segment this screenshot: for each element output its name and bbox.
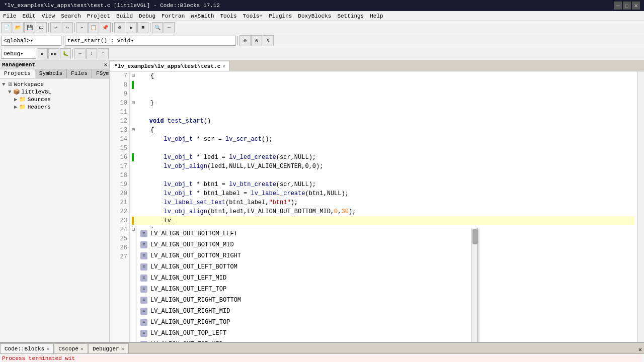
- menu-item-tools+[interactable]: Tools+: [240, 11, 266, 21]
- ac-item-8[interactable]: ≡ LV_ALIGN_OUT_RIGHT_TOP: [136, 317, 477, 328]
- code-tab-main[interactable]: *lv_examples\lv_apps\test\test.c ✕: [110, 61, 230, 71]
- ac-icon-3: ≡: [140, 263, 147, 270]
- new-file-button[interactable]: 📄: [1, 22, 12, 33]
- code-container[interactable]: 7 8 9 10 11 12 13 14 15 16 17 18 19 20 2…: [110, 71, 644, 342]
- ac-icon-9: ≡: [140, 330, 147, 337]
- ac-item-1[interactable]: ≡ LV_ALIGN_OUT_BOTTOM_MID: [136, 239, 477, 250]
- bottom-tabs: Code::Blocks ✕ Cscope ✕ Debugger ✕ ✕: [0, 343, 644, 354]
- tree-project[interactable]: ▼ 📦 littleVGL: [2, 88, 107, 96]
- debug-icon3[interactable]: ↯: [263, 35, 274, 46]
- ac-item-7[interactable]: ≡ LV_ALIGN_OUT_RIGHT_MID: [136, 306, 477, 317]
- bottom-tab-codeblocks[interactable]: Code::Blocks ✕: [0, 343, 54, 353]
- ac-item-6[interactable]: ≡ LV_ALIGN_OUT_RIGHT_BOTTOM: [136, 295, 477, 306]
- ac-item-2[interactable]: ≡ LV_ALIGN_OUT_BOTTOM_RIGHT: [136, 250, 477, 261]
- line-num: 26: [112, 243, 127, 252]
- headers-label: Headers: [28, 104, 51, 110]
- menu-item-project[interactable]: Project: [84, 11, 113, 21]
- menu-item-settings[interactable]: Settings: [334, 11, 367, 21]
- debug-icon1[interactable]: ⊕: [239, 35, 251, 46]
- redo-button[interactable]: ↪: [62, 22, 73, 33]
- menu-item-fortran[interactable]: Fortran: [158, 11, 188, 21]
- fold-icon[interactable]: ⊟: [132, 71, 135, 80]
- bottom-tab-debugger[interactable]: Debugger ✕: [88, 343, 129, 353]
- ac-icon-6: ≡: [140, 297, 147, 304]
- menu-item-search[interactable]: Search: [58, 11, 84, 21]
- log-error-text: Process terminated wit: [2, 355, 642, 362]
- save-button[interactable]: 💾: [24, 22, 35, 33]
- tree-workspace[interactable]: ▼ 🖥 Workspace: [2, 80, 107, 88]
- debug2-button[interactable]: 🐛: [60, 48, 71, 59]
- global-scope-dropdown[interactable]: <global>▾: [1, 36, 61, 46]
- function-dropdown[interactable]: test_start() : void▾: [65, 36, 236, 46]
- tab-symbols[interactable]: Symbols: [35, 69, 67, 78]
- autocomplete-scrollbar[interactable]: [471, 228, 477, 342]
- ac-item-10[interactable]: ≡ LV_ALIGN_OUT_TOP_MID: [136, 339, 477, 342]
- open-file-button[interactable]: 📂: [13, 22, 24, 33]
- bottom-tab-close-1[interactable]: ✕: [80, 346, 84, 352]
- build-button[interactable]: ⚙: [114, 22, 125, 33]
- management-close-icon[interactable]: ✕: [104, 61, 107, 68]
- code-line-10: ⊟ }: [132, 99, 635, 108]
- bottom-tab-close-2[interactable]: ✕: [121, 346, 124, 352]
- undo-button[interactable]: ↩: [50, 22, 61, 33]
- sep5: [63, 36, 63, 45]
- menu-item-edit[interactable]: Edit: [19, 11, 38, 21]
- menu-item-plugins[interactable]: Plugins: [266, 11, 295, 21]
- menu-item-debug[interactable]: Debug: [136, 11, 158, 21]
- workspace-label: Workspace: [14, 81, 44, 87]
- close-button[interactable]: ✕: [632, 2, 640, 10]
- menu-item-tools[interactable]: Tools: [217, 11, 240, 21]
- step-over-button[interactable]: →: [74, 48, 86, 59]
- run-button[interactable]: ▶: [126, 22, 137, 33]
- workspace-icon: ▼: [2, 81, 6, 87]
- tree-sources[interactable]: ▶ 📁 Sources: [2, 96, 107, 103]
- save-all-button[interactable]: 🗂: [36, 22, 47, 33]
- maximize-button[interactable]: □: [623, 2, 631, 10]
- compile-button[interactable]: ▶: [37, 48, 48, 59]
- ac-label-1: LV_ALIGN_OUT_BOTTOM_MID: [150, 240, 234, 249]
- autocomplete-dropdown[interactable]: ≡ LV_ALIGN_OUT_BOTTOM_LEFT ≡ LV_ALIGN_OU…: [136, 228, 478, 342]
- cut-button[interactable]: ✂: [76, 22, 88, 33]
- find-button[interactable]: 🔍: [152, 22, 163, 33]
- menu-item-help[interactable]: Help: [367, 11, 386, 21]
- bottom-panel-close[interactable]: ✕: [636, 346, 644, 353]
- tab-close-icon[interactable]: ✕: [222, 63, 225, 69]
- replace-button[interactable]: ↔: [164, 22, 175, 33]
- tab-files[interactable]: Files: [67, 69, 92, 78]
- ac-icon-2: ≡: [140, 252, 147, 259]
- stop-button[interactable]: ■: [137, 22, 148, 33]
- line-num: 23: [112, 216, 127, 225]
- menu-item-wxsmith[interactable]: wxSmith: [188, 11, 217, 21]
- fold-icon-24[interactable]: ⊟: [132, 225, 135, 234]
- ac-item-0[interactable]: ≡ LV_ALIGN_OUT_BOTTOM_LEFT: [136, 228, 477, 239]
- ac-item-9[interactable]: ≡ LV_ALIGN_OUT_TOP_LEFT: [136, 328, 477, 339]
- paste-button[interactable]: 📌: [100, 22, 111, 33]
- menu-item-view[interactable]: View: [39, 11, 58, 21]
- step-out-button[interactable]: ↑: [98, 48, 109, 59]
- code-line-14: lv_obj_t * scr = lv_scr_act ();: [132, 135, 635, 144]
- fold-icon-10[interactable]: ⊟: [132, 99, 135, 108]
- log-content: Process terminated wit: [0, 354, 644, 362]
- bottom-tab-cscope[interactable]: Cscope ✕: [54, 343, 88, 353]
- project-expand-icon: ▼: [8, 89, 12, 95]
- step-into-button[interactable]: ↓: [86, 48, 97, 59]
- bottom-tab-close-0[interactable]: ✕: [46, 346, 49, 352]
- fold-icon-13[interactable]: ⊟: [132, 126, 135, 135]
- minimize-button[interactable]: ─: [614, 2, 622, 10]
- ac-item-5[interactable]: ≡ LV_ALIGN_OUT_LEFT_TOP: [136, 284, 477, 295]
- menu-item-doxyblocks[interactable]: DoxyBlocks: [295, 11, 334, 21]
- tab-projects[interactable]: Projects: [0, 69, 35, 78]
- ac-item-4[interactable]: ≡ LV_ALIGN_OUT_LEFT_MID: [136, 273, 477, 284]
- debug-icon2[interactable]: ⊗: [251, 35, 262, 46]
- editor-scrollbar[interactable]: [637, 71, 644, 342]
- sources-icon: 📁: [19, 96, 26, 103]
- copy-button[interactable]: 📋: [88, 22, 99, 33]
- tree-headers[interactable]: ▶ 📁 Headers: [2, 103, 107, 111]
- menu-item-build[interactable]: Build: [113, 11, 136, 21]
- run2-button[interactable]: ▶▶: [48, 48, 59, 59]
- ac-item-3[interactable]: ≡ LV_ALIGN_OUT_LEFT_BOTTOM: [136, 261, 477, 273]
- ac-icon-4: ≡: [140, 275, 147, 282]
- sep6: [237, 36, 238, 45]
- build-config-dropdown[interactable]: Debug▾: [1, 49, 36, 59]
- menu-item-file[interactable]: File: [0, 11, 19, 21]
